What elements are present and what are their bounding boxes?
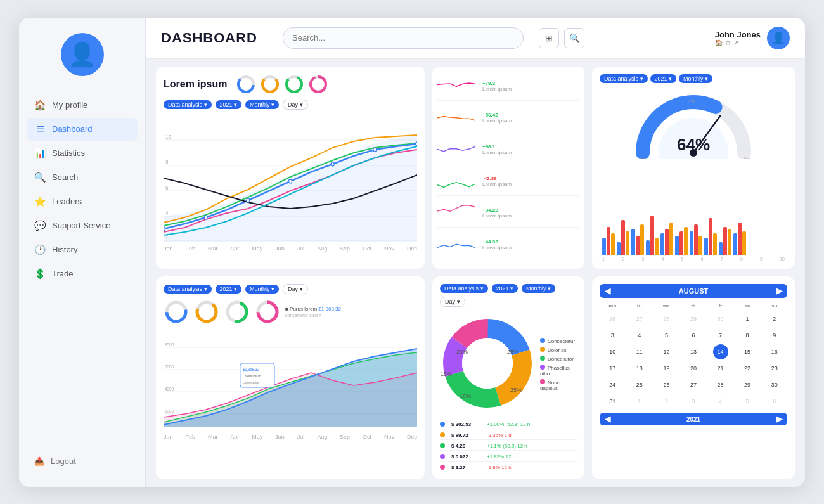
- cal-day-28[interactable]: 24: [605, 377, 620, 392]
- card-calendar: ◀ AUGUST ▶ motuwethfrsasu262728293012345…: [592, 276, 795, 479]
- legend-item-1: Consectetur: [540, 338, 577, 344]
- cal-header-th: th: [681, 302, 707, 310]
- svg-text:Ma: Ma: [640, 157, 647, 159]
- cal-day-29[interactable]: 25: [632, 377, 647, 392]
- bar-1-1: [621, 220, 625, 255]
- cal-year-prev[interactable]: ◀: [605, 415, 610, 423]
- cal-day-40[interactable]: 5: [740, 394, 755, 409]
- cal-prev-button[interactable]: ◀: [605, 287, 610, 295]
- sparkline-label-5: Lorem ipsum: [482, 245, 512, 250]
- cal-day-16[interactable]: 12: [659, 344, 674, 359]
- cal-day-30[interactable]: 26: [659, 377, 674, 392]
- cal-day-13[interactable]: 9: [767, 328, 782, 343]
- cal-day-23[interactable]: 19: [659, 361, 674, 376]
- cal-day-39[interactable]: 4: [713, 394, 728, 409]
- cal-day-15[interactable]: 11: [632, 344, 647, 359]
- filter-year[interactable]: 2021 ▾: [216, 100, 242, 109]
- cal-day-22[interactable]: 18: [632, 361, 647, 376]
- cal-day-20[interactable]: 16: [767, 344, 782, 359]
- filter-day[interactable]: Day ▾: [283, 100, 308, 110]
- cal-day-27[interactable]: 23: [767, 361, 782, 376]
- cal-day-14[interactable]: 10: [605, 344, 620, 359]
- cal-day-35[interactable]: 31: [605, 394, 620, 409]
- cal-day-32[interactable]: 28: [713, 377, 728, 392]
- cal-day-41[interactable]: 6: [767, 394, 782, 409]
- cal-day-5[interactable]: 1: [740, 311, 755, 326]
- cal-day-36[interactable]: 1: [632, 394, 647, 409]
- cal-day-34[interactable]: 30: [767, 377, 782, 392]
- cal-day-11[interactable]: 7: [713, 328, 728, 343]
- search-icon-button[interactable]: 🔍: [564, 28, 584, 48]
- svg-text:25%: 25%: [507, 349, 518, 355]
- sidebar-item-statistics[interactable]: 📊Statistics: [27, 142, 138, 165]
- pie-stat-val-4: $ 0.022: [451, 454, 483, 460]
- filter-monthly[interactable]: Monthly ▾: [245, 100, 279, 109]
- cal-day-7[interactable]: 3: [605, 328, 620, 343]
- cal-day-26[interactable]: 22: [740, 361, 755, 376]
- calendar-header: ◀ AUGUST ▶: [600, 284, 787, 298]
- main-chart-filters: Data analysis ▾ 2021 ▾ Monthly ▾ Day ▾: [164, 100, 417, 110]
- cal-day-25[interactable]: 21: [713, 361, 728, 376]
- pie-stat-change-4: +1.83% 12 h: [487, 454, 515, 460]
- sidebar-item-support[interactable]: 💬Support Service: [27, 214, 138, 237]
- donut-mini-4: [308, 74, 328, 94]
- area-filter-day[interactable]: Day ▾: [283, 284, 308, 294]
- pie-filter-year[interactable]: 2021 ▾: [492, 284, 518, 293]
- main-chart-header: Lorem ipsum: [164, 74, 417, 94]
- sidebar-item-history[interactable]: 🕐History: [27, 238, 138, 261]
- cal-day-24[interactable]: 20: [686, 361, 701, 376]
- sidebar-item-trade[interactable]: 💲Trade: [27, 262, 138, 285]
- sparkline-svg-5: [437, 234, 479, 256]
- pie-stat-1: $ 302.53 +1.00% (53.3) 12 h: [440, 420, 577, 429]
- card-area-chart: Data analysis ▾ 2021 ▾ Monthly ▾ Day ▾ ■…: [156, 276, 425, 479]
- sidebar-item-search[interactable]: 🔍Search: [27, 166, 138, 189]
- gauge-filter-analysis[interactable]: Data analysis ▾: [600, 74, 648, 83]
- gauge-filter-year[interactable]: 2021 ▾: [650, 74, 677, 83]
- sidebar-item-dashboard[interactable]: ☰Dashboard: [27, 118, 138, 141]
- cal-day-33[interactable]: 29: [740, 377, 755, 392]
- pie-filter-analysis[interactable]: Data analysis ▾: [440, 284, 488, 293]
- area-filter-analysis[interactable]: Data analysis ▾: [164, 285, 212, 294]
- cal-day-8[interactable]: 4: [632, 328, 647, 343]
- cal-day-10[interactable]: 6: [686, 328, 701, 343]
- bar-axis: 12345678910: [600, 257, 787, 261]
- cal-day-4[interactable]: 30: [713, 311, 728, 326]
- svg-text:15%: 15%: [441, 371, 452, 377]
- cal-header-we: we: [653, 302, 679, 310]
- pie-filter-day[interactable]: Day ▾: [440, 297, 465, 307]
- pie-stat-change-1: +1.00% (53.3) 12 h: [487, 422, 530, 427]
- user-sub-icons: 🏠⚙↗: [715, 39, 761, 46]
- logout-button[interactable]: 📤 Logout: [27, 451, 138, 472]
- cal-day-1[interactable]: 27: [632, 311, 647, 326]
- search-input[interactable]: [283, 27, 524, 49]
- filter-data-analysis[interactable]: Data analysis ▾: [164, 100, 212, 109]
- cal-day-6[interactable]: 2: [767, 311, 782, 326]
- cal-day-12[interactable]: 8: [740, 328, 755, 343]
- pie-stat-val-1: $ 302.53: [451, 422, 483, 427]
- cal-day-0[interactable]: 26: [605, 311, 620, 326]
- cal-day-38[interactable]: 3: [686, 394, 701, 409]
- logout-label: Logout: [51, 456, 76, 466]
- cal-day-17[interactable]: 13: [686, 344, 701, 359]
- sidebar-item-my-profile[interactable]: 🏠My profile: [27, 94, 138, 117]
- cal-day-31[interactable]: 27: [686, 377, 701, 392]
- sparkline-row-4: +34.22 Lorem ipsum: [437, 200, 579, 228]
- legend-item-2: Dolor sit: [540, 347, 577, 353]
- cal-day-19[interactable]: 15: [740, 344, 755, 359]
- pie-filter-monthly[interactable]: Monthly ▾: [522, 284, 555, 293]
- cal-year-next[interactable]: ▶: [776, 415, 782, 423]
- cal-day-21[interactable]: 17: [605, 361, 620, 376]
- cal-day-18[interactable]: 14: [713, 344, 728, 359]
- grid-icon-button[interactable]: ⊞: [539, 28, 559, 48]
- nav-icon-support: 💬: [34, 220, 46, 231]
- sidebar-item-leaders[interactable]: ⭐Leaders: [27, 190, 138, 213]
- cal-day-37[interactable]: 2: [659, 394, 674, 409]
- area-filter-year[interactable]: 2021 ▾: [216, 285, 242, 294]
- bar-group-8: [719, 227, 731, 256]
- cal-day-2[interactable]: 28: [659, 311, 674, 326]
- cal-day-9[interactable]: 5: [659, 328, 674, 343]
- gauge-filter-monthly[interactable]: Monthly ▾: [679, 74, 712, 83]
- cal-day-3[interactable]: 29: [686, 311, 701, 326]
- cal-next-button[interactable]: ▶: [776, 287, 782, 295]
- area-filter-monthly[interactable]: Monthly ▾: [245, 285, 279, 294]
